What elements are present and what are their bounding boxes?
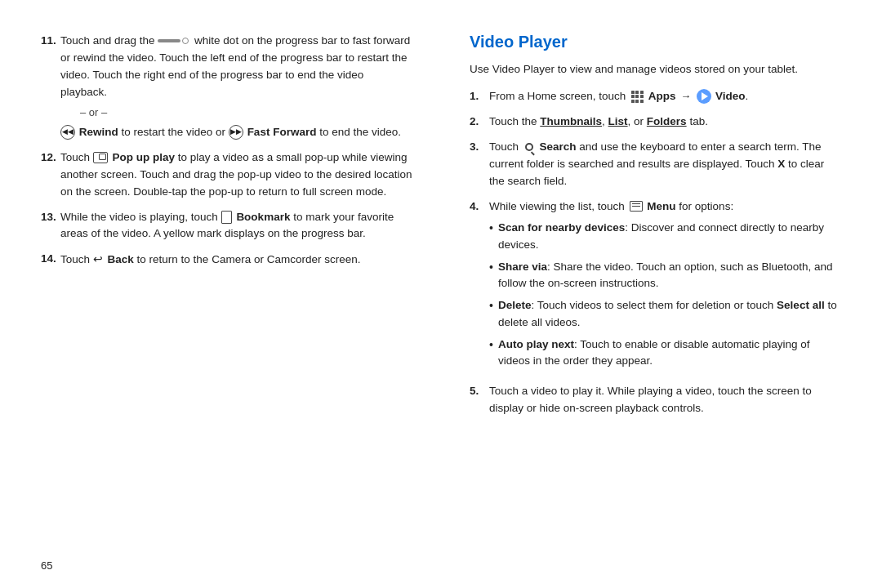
forward-icon: ▶▶ — [229, 125, 243, 140]
search-label: Search — [540, 140, 577, 153]
menu-label: Menu — [647, 200, 675, 212]
list-item-content: From a Home screen, touch — [489, 88, 841, 105]
bullet-text: Delete: Touch videos to select them for … — [498, 297, 841, 331]
page-number: 65 — [41, 559, 52, 572]
popup-play-label: Pop up play — [113, 151, 176, 163]
bullet-text: Share via: Share the video. Touch an opt… — [498, 259, 841, 292]
delete-label: Delete — [498, 299, 532, 311]
list-item-content: Touch ↩ Back to return to the Camera or … — [60, 251, 412, 269]
arrow-icon: → — [680, 88, 691, 105]
list-item: Touch a video to play it. While playing … — [470, 383, 841, 417]
search-circle — [525, 143, 533, 151]
apps-dot — [640, 100, 644, 103]
thumbnails-label: Thumbnails — [540, 115, 602, 127]
list-item: From a Home screen, touch — [470, 88, 841, 105]
or-divider: – or – — [80, 105, 412, 121]
list-item: While the video is playing, touch Bookma… — [41, 209, 412, 243]
apps-dot — [640, 95, 644, 98]
bullet-item: Scan for nearby devices: Discover and co… — [489, 220, 841, 253]
bookmark-label: Bookmark — [236, 211, 290, 223]
list-item: Touch ↩ Back to return to the Camera or … — [41, 251, 412, 269]
list-item-content: Touch Pop up play to play a video as a s… — [60, 149, 412, 201]
search-icon — [523, 140, 536, 154]
list-item-content: Touch the Thumbnails, List, or Folders t… — [489, 114, 841, 131]
list-item: Touch the Thumbnails, List, or Folders t… — [470, 114, 841, 131]
item-5-text: Touch a video to play it. While playing … — [489, 385, 812, 414]
list-item-content: While the video is playing, touch Bookma… — [60, 209, 412, 243]
options-list: Scan for nearby devices: Discover and co… — [489, 220, 841, 369]
video-play-triangle — [702, 92, 708, 100]
bookmark-icon — [221, 211, 232, 224]
bullet-text: Scan for nearby devices: Discover and co… — [498, 220, 841, 253]
progress-bar-dot — [182, 38, 189, 44]
list-item: Touch Search and use the keyboard to ent… — [470, 139, 841, 190]
apps-label: Apps — [648, 90, 676, 102]
rewind-label: Rewind — [79, 126, 118, 138]
apps-icon — [630, 89, 644, 104]
back-label: Back — [108, 253, 134, 265]
popup-icon — [93, 152, 108, 163]
bullet-item: Auto play next: Touch to enable or disab… — [489, 336, 841, 370]
item-3-text: Touch Search and use the keyboard to ent… — [489, 140, 824, 187]
list-item: Touch Pop up play to play a video as a s… — [41, 149, 412, 201]
progress-bar-icon — [158, 38, 189, 44]
video-icon — [697, 89, 711, 104]
apps-dot — [631, 91, 635, 94]
back-icon: ↩ — [93, 251, 103, 269]
menu-icon — [630, 201, 643, 212]
page-container: Touch and drag the white dot on the prog… — [0, 0, 882, 588]
apps-grid — [631, 91, 644, 103]
item-13-text: While the video is playing, touch Bookma… — [60, 211, 394, 240]
apps-dot — [631, 95, 635, 98]
apps-dot — [631, 100, 635, 103]
right-column: Video Player Use Video Player to view an… — [461, 33, 841, 564]
item-4-text: While viewing the list, touch Menu for o… — [489, 200, 733, 212]
item-12-text: Touch Pop up play to play a video as a s… — [60, 151, 412, 198]
list-item-content: Touch and drag the white dot on the prog… — [60, 33, 412, 141]
right-list: From a Home screen, touch — [470, 88, 841, 417]
select-all-label: Select all — [777, 299, 825, 311]
list-item-content: Touch a video to play it. While playing … — [489, 383, 841, 417]
intro-text: Use Video Player to view and manage vide… — [470, 61, 841, 78]
apps-dot — [635, 100, 639, 103]
autoplay-label: Auto play next — [498, 338, 574, 350]
rewind-icon: ◀◀ — [60, 125, 75, 140]
item-2-text: Touch the Thumbnails, List, or Folders t… — [489, 115, 708, 127]
item-11-subtext: ◀◀ Rewind to restart the video or ▶▶ Fas… — [60, 124, 412, 141]
apps-dot — [635, 95, 639, 98]
list-item: While viewing the list, touch Menu for o… — [470, 198, 841, 376]
left-column: Touch and drag the white dot on the prog… — [41, 33, 429, 564]
progress-bar-line — [158, 39, 180, 42]
folders-label: Folders — [647, 115, 687, 127]
apps-dot — [640, 91, 644, 94]
bullet-item: Delete: Touch videos to select them for … — [489, 297, 841, 331]
list-label: List — [608, 115, 628, 127]
item-11-text: Touch and drag the white dot on the prog… — [60, 34, 410, 98]
list-item: Touch and drag the white dot on the prog… — [41, 33, 412, 141]
item-1-text: From a Home screen, touch — [489, 90, 748, 102]
share-label: Share via — [498, 261, 547, 273]
list-item-content: While viewing the list, touch Menu for o… — [489, 198, 841, 376]
item-14-text: Touch ↩ Back to return to the Camera or … — [60, 253, 360, 265]
bullet-item: Share via: Share the video. Touch an opt… — [489, 259, 841, 292]
item-11-end-text: to end the video. — [319, 126, 401, 138]
fast-forward-label: Fast Forward — [247, 126, 317, 138]
left-list: Touch and drag the white dot on the prog… — [41, 33, 412, 269]
scan-label: Scan for nearby devices — [498, 221, 625, 234]
x-label: X — [777, 158, 785, 170]
list-item-content: Touch Search and use the keyboard to ent… — [489, 139, 841, 190]
apps-dot — [635, 91, 639, 94]
bullet-text: Auto play next: Touch to enable or disab… — [498, 336, 841, 370]
video-label: Video — [715, 90, 746, 102]
section-title: Video Player — [470, 33, 841, 51]
